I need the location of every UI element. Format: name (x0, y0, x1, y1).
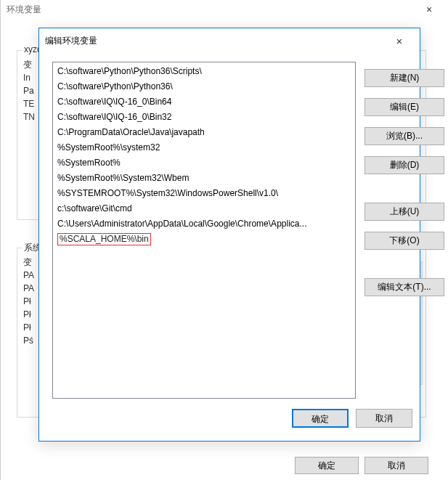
close-icon[interactable]: × (415, 4, 444, 15)
path-entry[interactable]: C:\software\IQ\IQ-16_0\Bin32 (53, 110, 355, 125)
path-entry[interactable]: c:\software\Git\cmd (53, 201, 355, 216)
cancel-button[interactable]: 取消 (364, 457, 428, 474)
delete-button[interactable]: 删除(D) (364, 156, 444, 174)
path-entry[interactable]: %SCALA_HOME%\bin (57, 233, 151, 245)
path-entry[interactable]: %SystemRoot%\system32 (53, 140, 355, 155)
new-button[interactable]: 新建(N) (364, 69, 444, 87)
edit-button[interactable]: 编辑(E) (364, 98, 444, 116)
move-down-button[interactable]: 下移(O) (364, 232, 444, 250)
env-vars-title: 环境变量 (7, 4, 41, 16)
path-entry[interactable]: %SystemRoot%\System32\Wbem (53, 171, 355, 186)
path-entry[interactable]: C:\software\Python\Python36\ (53, 79, 355, 94)
ok-button[interactable]: 确定 (292, 409, 349, 428)
edit-env-var-dialog: 编辑环境变量 × C:\software\Python\Python36\Scr… (38, 28, 420, 442)
path-listbox[interactable]: C:\software\Python\Python36\Scripts\C:\s… (52, 62, 356, 399)
path-entry[interactable]: C:\software\IQ\IQ-16_0\Bin64 (53, 94, 355, 110)
edit-env-var-title: 编辑环境变量 (45, 35, 97, 47)
path-entry[interactable]: %SYSTEMROOT%\System32\WindowsPowerShell\… (53, 186, 355, 201)
move-up-button[interactable]: 上移(U) (364, 203, 444, 221)
path-entry[interactable]: C:\software\Python\Python36\Scripts\ (53, 64, 355, 79)
close-icon[interactable]: × (385, 35, 414, 47)
path-entry[interactable]: %SystemRoot% (53, 155, 355, 171)
path-entry[interactable]: C:\Users\Administrator\AppData\Local\Goo… (53, 216, 355, 232)
path-entry[interactable]: C:\ProgramData\Oracle\Java\javapath (53, 125, 355, 140)
browse-button[interactable]: 浏览(B)... (364, 127, 444, 145)
cancel-button[interactable]: 取消 (356, 409, 412, 428)
env-vars-titlebar: 环境变量 × (1, 0, 448, 20)
ok-button[interactable]: 确定 (295, 457, 359, 474)
edit-env-var-titlebar: 编辑环境变量 × (39, 28, 420, 53)
edit-text-button[interactable]: 编辑文本(T)... (364, 278, 444, 296)
